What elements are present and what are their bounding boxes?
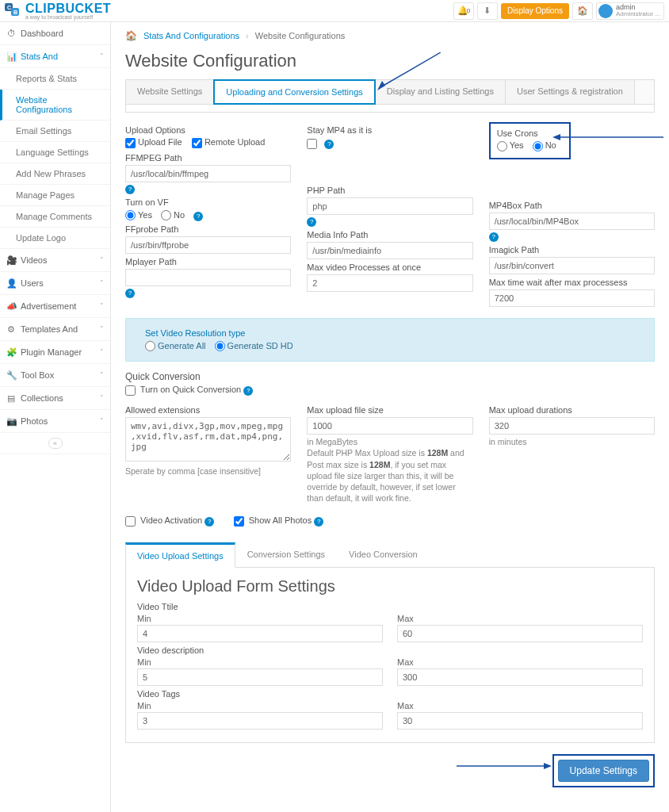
gen-sdhd-radio-wrap[interactable]: Generate SD HD [215, 341, 293, 350]
chevron-down-icon: ˅ [100, 417, 104, 425]
sidebar-item-dashboard[interactable]: ⏱Dashboard [0, 22, 110, 45]
help-icon[interactable]: ? [314, 517, 323, 527]
show-all-photos-checkbox-wrap[interactable]: Show All Photos [234, 515, 312, 525]
sidebar-item-stats[interactable]: 📊Stats And ˅ [0, 45, 110, 68]
gen-all-radio-wrap[interactable]: Generate All [145, 341, 206, 350]
tab-upload-conversion[interactable]: Uploading and Conversion Settings [213, 79, 375, 105]
brand-logo[interactable]: C B CLIPBUCKET a way to broadcast yourse… [5, 2, 111, 20]
user-menu[interactable]: admin Administrator ... [596, 2, 664, 20]
help-icon[interactable]: ? [324, 140, 334, 149]
sidebar-item-templates[interactable]: ⚙Templates And ˅ [0, 318, 110, 341]
max-proc-input[interactable] [307, 274, 472, 292]
sidebar-sub-phrases[interactable]: Add New Phrases [0, 163, 110, 185]
upload-file-checkbox[interactable] [125, 138, 136, 148]
tab-video-upload-settings[interactable]: Video Upload Settings [125, 542, 235, 568]
imagick-path-input[interactable] [489, 257, 655, 274]
sidebar-item-plugin[interactable]: 🧩Plugin Manager ˅ [0, 341, 110, 364]
ffmpeg-path-input[interactable] [125, 165, 291, 182]
mp4box-path-input[interactable] [489, 213, 655, 230]
notifications-button[interactable]: 🔔0 [453, 2, 474, 20]
sidebar-sub-language[interactable]: Language Settings [0, 142, 110, 163]
video-title-min-input[interactable] [137, 625, 383, 642]
allowed-ext-hint: Sperate by comma [case insensitive] [125, 465, 291, 477]
layers-icon: ▤ [6, 393, 16, 403]
main-content: 🏠 Stats And Configurations › Website Con… [111, 22, 669, 812]
ffprobe-path-input[interactable] [125, 236, 291, 254]
sidebar: ⏱Dashboard 📊Stats And ˅ Reports & Stats … [0, 22, 111, 812]
upload-file-checkbox-wrap[interactable]: Upload File [125, 137, 182, 147]
quick-conv-checkbox[interactable] [125, 385, 136, 396]
max-upload-input[interactable] [307, 417, 472, 435]
download-button[interactable]: ⬇ [477, 2, 498, 20]
remote-upload-checkbox-wrap[interactable]: Remote Upload [192, 137, 265, 147]
help-icon[interactable]: ? [205, 517, 214, 527]
sidebar-item-users[interactable]: 👤Users ˅ [0, 272, 110, 295]
gen-all-radio[interactable] [145, 341, 155, 351]
video-desc-min-input[interactable] [137, 668, 383, 686]
sidebar-collapse-button[interactable]: « [0, 433, 110, 454]
max-wait-input[interactable] [489, 289, 655, 307]
help-icon[interactable]: ? [489, 232, 499, 242]
mediainfo-path-input[interactable] [307, 242, 472, 259]
video-tags-min-input[interactable] [137, 712, 383, 730]
show-all-photos-checkbox[interactable] [234, 516, 244, 527]
help-icon[interactable]: ? [193, 212, 203, 221]
sidebar-item-collections[interactable]: ▤Collections ˅ [0, 387, 110, 410]
vf-no-radio-wrap[interactable]: No [161, 210, 185, 220]
video-activation-checkbox[interactable] [125, 516, 136, 527]
sidebar-sub-website-config[interactable]: Website Configurations [0, 90, 110, 121]
dashboard-icon: ⏱ [6, 29, 16, 38]
video-desc-max-input[interactable] [397, 668, 643, 686]
tab-user-settings[interactable]: User Settings & registration [506, 80, 635, 104]
video-tags-max-input[interactable] [397, 712, 643, 730]
breadcrumb-link-1[interactable]: Stats And Configurations [143, 31, 239, 40]
sidebar-sub-reports[interactable]: Reports & Stats [0, 68, 110, 90]
chevron-down-icon: ˅ [100, 348, 104, 356]
max-wait-label: Max time wait after max processess [489, 278, 655, 287]
allowed-ext-textarea[interactable]: wmv,avi,divx,3gp,mov,mpeg,mpg,xvid,flv,a… [125, 417, 291, 462]
turn-on-vf-label: Turn on VF [125, 197, 291, 207]
sidebar-sub-comments[interactable]: Manage Comments [0, 206, 110, 228]
remote-upload-checkbox[interactable] [192, 138, 202, 148]
home-icon[interactable]: 🏠 [125, 30, 137, 41]
max-duration-unit: in minutes [489, 436, 655, 447]
crons-no-radio-wrap[interactable]: No [533, 140, 556, 150]
php-max-value: 128M [427, 448, 448, 458]
sidebar-item-toolbox[interactable]: 🔧Tool Box ˅ [0, 364, 110, 387]
video-title-max-input[interactable] [397, 625, 643, 642]
sidebar-sub-logo[interactable]: Update Logo [0, 228, 110, 249]
php-path-input[interactable] [307, 197, 472, 215]
upload-settings-form: Upload Options Upload File Remote Upload… [125, 113, 655, 312]
help-icon[interactable]: ? [307, 217, 316, 227]
max-label: Max [397, 701, 643, 710]
sidebar-sub-email[interactable]: Email Settings [0, 121, 110, 142]
sidebar-item-videos[interactable]: 🎥Videos ˅ [0, 249, 110, 272]
mp4box-path-label: MP4Box Path [489, 201, 655, 210]
crons-no-radio[interactable] [533, 141, 543, 151]
help-icon[interactable]: ? [125, 289, 135, 298]
update-settings-button[interactable]: Update Settings [558, 760, 649, 782]
sidebar-item-advertisement[interactable]: 📣Advertisement ˅ [0, 295, 110, 318]
tab-display-listing[interactable]: Display and Listing Settings [376, 80, 506, 104]
gen-sdhd-radio[interactable] [215, 341, 225, 351]
crons-yes-radio-wrap[interactable]: Yes [497, 140, 524, 150]
max-duration-input[interactable] [489, 417, 655, 435]
mplayer-path-input[interactable] [125, 269, 291, 286]
display-options-button[interactable]: Display Options [501, 3, 569, 19]
help-icon[interactable]: ? [243, 386, 253, 396]
help-icon[interactable]: ? [125, 185, 135, 194]
vf-yes-radio-wrap[interactable]: Yes [125, 210, 152, 220]
video-activation-checkbox-wrap[interactable]: Video Activation [125, 515, 202, 525]
tab-video-conversion[interactable]: Video Conversion [337, 542, 430, 567]
vf-no-radio[interactable] [161, 210, 171, 220]
quick-conv-checkbox-wrap[interactable]: Turn on Quick Conversion [125, 385, 241, 394]
stay-mp4-checkbox[interactable] [307, 139, 317, 149]
tab-conversion-settings[interactable]: Conversion Settings [235, 542, 337, 567]
sidebar-item-photos[interactable]: 📷Photos ˅ [0, 410, 110, 433]
tab-website-settings[interactable]: Website Settings [126, 80, 214, 104]
crons-yes-radio[interactable] [497, 141, 507, 151]
home-button[interactable]: 🏠 [572, 2, 593, 20]
vf-yes-radio[interactable] [125, 210, 136, 220]
sidebar-sub-pages[interactable]: Manage Pages [0, 185, 110, 206]
ffprobe-path-label: FFprobe Path [125, 224, 291, 234]
